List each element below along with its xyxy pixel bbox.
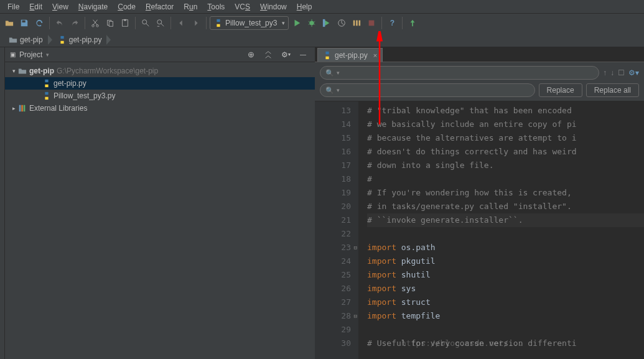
coverage-icon[interactable]	[320, 16, 334, 30]
search-input[interactable]	[320, 66, 599, 80]
undo-icon[interactable]	[53, 16, 67, 30]
hide-icon[interactable]: —	[296, 48, 310, 62]
menu-window[interactable]: Window	[255, 1, 292, 12]
profile-icon[interactable]	[335, 16, 348, 30]
svg-rect-13	[357, 21, 358, 26]
back-icon[interactable]	[174, 16, 188, 30]
settings-icon[interactable]: ⚙▾	[279, 48, 292, 62]
python-icon	[323, 51, 332, 60]
crumb-label: get-pip.py	[69, 35, 102, 44]
separator	[402, 17, 403, 29]
replace-button[interactable]: Replace	[539, 83, 582, 97]
svg-point-9	[310, 21, 314, 26]
menu-vcs[interactable]: VCS	[230, 1, 255, 12]
save-icon[interactable]	[17, 16, 31, 30]
menu-navigate[interactable]: Navigate	[73, 1, 113, 12]
collapse-icon[interactable]: ▣	[10, 51, 16, 58]
svg-rect-14	[359, 21, 361, 26]
run-config-selector[interactable]: Pillow_test_py3	[210, 16, 289, 30]
replace-icon[interactable]	[154, 16, 167, 30]
svg-rect-15	[369, 21, 375, 26]
menu-edit[interactable]: Edit	[24, 1, 47, 12]
svg-rect-6	[124, 19, 126, 21]
close-icon[interactable]: ×	[373, 52, 377, 59]
redo-icon[interactable]	[68, 16, 82, 30]
tree-external-libs[interactable]: ▸ External Libraries	[5, 102, 315, 114]
project-tree: ▾ get-pip G:\PycharmWorkspace\get-pip ge…	[5, 62, 315, 359]
sync-icon[interactable]	[32, 16, 46, 30]
crumb-label: get-pip	[20, 35, 43, 44]
menubar: File Edit View Navigate Code Refactor Ru…	[0, 0, 644, 14]
python-icon	[214, 19, 223, 27]
menu-run[interactable]: Run	[179, 1, 202, 12]
tree-root-name: get-pip	[29, 67, 54, 75]
python-icon	[58, 35, 67, 44]
tree-root-path: G:\PycharmWorkspace\get-pip	[57, 67, 158, 75]
select-all-icon[interactable]: ☐	[618, 68, 625, 77]
editor-area: get-pip.py × ↑ ↓ ☐ ⚙▾ Replace Replace al…	[315, 47, 644, 359]
editor-tab-label: get-pip.py	[335, 51, 368, 60]
locate-icon[interactable]: ⊕	[244, 48, 258, 62]
separator	[170, 17, 171, 29]
main-toolbar: Pillow_test_py3 ?	[0, 14, 644, 32]
menu-view[interactable]: View	[47, 1, 73, 12]
menu-help[interactable]: Help	[292, 1, 317, 12]
tree-external-label: External Libraries	[29, 104, 87, 113]
prev-match-icon[interactable]: ↑	[603, 68, 607, 77]
stop-icon[interactable]	[365, 16, 378, 30]
replace-input[interactable]	[320, 83, 535, 97]
tree-file-name: get-pip.py	[54, 79, 86, 88]
help-icon[interactable]: ?	[385, 16, 399, 30]
tree-file[interactable]: get-pip.py	[5, 77, 315, 90]
editor-tab[interactable]: get-pip.py ×	[317, 48, 383, 62]
open-icon[interactable]	[2, 16, 16, 30]
debug-icon[interactable]	[305, 16, 319, 30]
folder-icon	[18, 67, 27, 75]
separator	[135, 17, 136, 29]
tool-window-stripe[interactable]	[0, 47, 5, 359]
dropdown-icon[interactable]: ▾	[46, 52, 49, 58]
svg-rect-0	[22, 21, 26, 23]
menu-file[interactable]: File	[2, 1, 24, 12]
project-tool-window: ▣ Project ▾ ⊕ ⚙▾ — ▾ get-pip G:\PycharmW…	[5, 47, 315, 359]
svg-point-8	[157, 20, 162, 24]
svg-rect-18	[24, 105, 26, 112]
replace-all-button[interactable]: Replace all	[586, 83, 639, 97]
tree-file-name: Pillow_test_py3.py	[54, 91, 115, 100]
folder-icon	[9, 35, 17, 44]
paste-icon[interactable]	[118, 16, 132, 30]
panel-title: Project	[19, 50, 42, 59]
search-settings-icon[interactable]: ⚙▾	[628, 68, 639, 77]
editor-tabs: get-pip.py ×	[315, 47, 644, 62]
svg-rect-12	[353, 21, 355, 26]
svg-rect-4	[109, 21, 113, 26]
tree-root[interactable]: ▾ get-pip G:\PycharmWorkspace\get-pip	[5, 65, 315, 77]
concurrency-icon[interactable]	[350, 16, 363, 30]
cut-icon[interactable]	[88, 16, 102, 30]
svg-rect-10	[323, 19, 325, 27]
crumb-file[interactable]: get-pip.py	[53, 34, 107, 46]
menu-tools[interactable]: Tools	[202, 1, 230, 12]
code-editor[interactable]: 131415161718192021222324252627282930 # "…	[315, 101, 644, 359]
forward-icon[interactable]	[189, 16, 203, 30]
menu-code[interactable]: Code	[113, 1, 141, 12]
find-icon[interactable]	[139, 16, 152, 30]
collapse-all-icon[interactable]	[261, 48, 275, 62]
line-gutter: 131415161718192021222324252627282930	[315, 101, 358, 359]
crumb-project[interactable]: get-pip	[4, 34, 48, 46]
svg-rect-16	[19, 105, 21, 112]
update-icon[interactable]	[406, 16, 419, 30]
svg-point-7	[142, 20, 147, 24]
run-config-label: Pillow_test_py3	[225, 19, 277, 27]
separator	[49, 17, 50, 29]
next-match-icon[interactable]: ↓	[610, 68, 614, 77]
expand-icon: ▾	[12, 68, 16, 74]
python-icon	[42, 91, 51, 100]
find-replace-bar: ↑ ↓ ☐ ⚙▾ Replace Replace all	[315, 62, 644, 101]
tree-file[interactable]: Pillow_test_py3.py	[5, 90, 315, 102]
nav-breadcrumb: get-pip get-pip.py	[0, 32, 644, 47]
copy-icon[interactable]	[103, 16, 117, 30]
run-icon[interactable]	[290, 16, 304, 30]
svg-rect-17	[21, 105, 23, 112]
menu-refactor[interactable]: Refactor	[141, 1, 179, 12]
